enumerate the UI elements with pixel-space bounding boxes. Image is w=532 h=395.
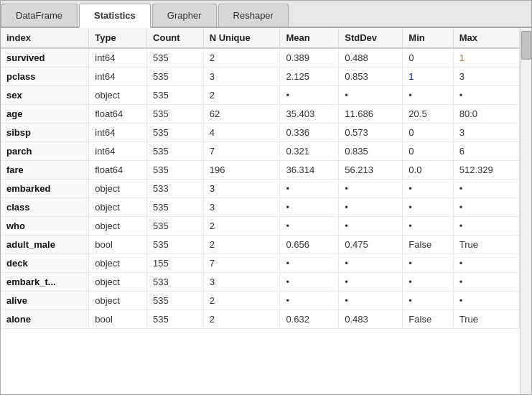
data-cell: object: [89, 198, 147, 217]
data-cell: •: [280, 86, 339, 105]
tab-bar: DataFrame Statistics Grapher Reshaper: [1, 1, 531, 28]
data-cell: object: [89, 292, 147, 310]
data-cell: •: [403, 217, 453, 236]
index-cell: pclass: [1, 68, 89, 86]
data-cell: •: [280, 273, 339, 292]
data-cell: object: [89, 217, 147, 236]
scrollbar-track[interactable]: [520, 28, 531, 394]
table-row: pclassint6453532.1250.85313: [1, 68, 520, 86]
data-cell: 535: [147, 198, 204, 217]
data-cell: 0.488: [339, 48, 403, 68]
tab-dataframe[interactable]: DataFrame: [1, 4, 78, 27]
data-cell: 535: [147, 86, 204, 105]
table-row: adult_malebool53520.6560.475FalseTrue: [1, 236, 520, 254]
data-cell: 7: [203, 142, 280, 161]
data-cell: •: [403, 273, 453, 292]
data-cell: 0.573: [339, 124, 403, 142]
data-cell: float64: [89, 105, 147, 124]
data-cell: 62: [203, 105, 280, 124]
content-area: index Type Count N Unique Mean StdDev Mi…: [1, 28, 531, 394]
data-cell: 0: [403, 142, 453, 161]
index-cell: sex: [1, 86, 89, 105]
data-cell: False: [403, 236, 453, 254]
data-cell: 0: [403, 48, 453, 68]
data-cell: •: [280, 180, 339, 198]
data-cell: False: [403, 310, 453, 329]
data-cell: 2: [203, 48, 280, 68]
data-cell: 535: [147, 105, 204, 124]
data-cell: 1: [403, 68, 453, 86]
table-row: classobject5353••••: [1, 198, 520, 217]
col-header-stddev: StdDev: [339, 28, 403, 48]
data-cell: 20.5: [403, 105, 453, 124]
data-cell: •: [453, 273, 519, 292]
data-cell: 0.656: [280, 236, 339, 254]
data-cell: 3: [203, 273, 280, 292]
table-row: sibspint6453540.3360.57303: [1, 124, 520, 142]
index-cell: alone: [1, 310, 89, 329]
data-cell: 11.686: [339, 105, 403, 124]
data-cell: int64: [89, 48, 147, 68]
data-cell: 535: [147, 48, 204, 68]
data-cell: object: [89, 273, 147, 292]
data-cell: float64: [89, 161, 147, 180]
data-cell: 7: [203, 254, 280, 273]
data-cell: •: [339, 254, 403, 273]
data-cell: True: [453, 236, 519, 254]
data-cell: bool: [89, 310, 147, 329]
col-header-min: Min: [403, 28, 453, 48]
data-cell: 196: [203, 161, 280, 180]
data-cell: 535: [147, 310, 204, 329]
index-cell: embarked: [1, 180, 89, 198]
data-cell: 2: [203, 86, 280, 105]
table-row: survivedint6453520.3890.48801: [1, 48, 520, 68]
tab-statistics[interactable]: Statistics: [79, 4, 151, 28]
data-cell: •: [339, 217, 403, 236]
col-header-type: Type: [89, 28, 147, 48]
data-cell: 0.0: [403, 161, 453, 180]
data-cell: 2: [203, 236, 280, 254]
data-cell: 535: [147, 142, 204, 161]
table-row: agefloat645356235.40311.68620.580.0: [1, 105, 520, 124]
data-cell: 535: [147, 68, 204, 86]
data-cell: int64: [89, 68, 147, 86]
col-header-index: index: [1, 28, 89, 48]
tab-reshaper[interactable]: Reshaper: [218, 4, 289, 27]
data-cell: •: [403, 198, 453, 217]
data-cell: •: [280, 217, 339, 236]
table-row: alonebool53520.6320.483FalseTrue: [1, 310, 520, 329]
data-cell: 2: [203, 292, 280, 310]
data-cell: •: [339, 292, 403, 310]
data-cell: 535: [147, 236, 204, 254]
data-cell: 3: [203, 68, 280, 86]
data-cell: 535: [147, 292, 204, 310]
table-row: embarkedobject5333••••: [1, 180, 520, 198]
scrollbar-thumb[interactable]: [521, 31, 531, 60]
data-cell: 3: [203, 198, 280, 217]
index-cell: parch: [1, 142, 89, 161]
data-cell: 35.403: [280, 105, 339, 124]
data-cell: 0.835: [339, 142, 403, 161]
data-cell: 36.314: [280, 161, 339, 180]
col-header-max: Max: [453, 28, 519, 48]
data-cell: •: [280, 292, 339, 310]
data-cell: 535: [147, 124, 204, 142]
index-cell: who: [1, 217, 89, 236]
data-cell: •: [453, 217, 519, 236]
data-cell: 2: [203, 217, 280, 236]
table-header-row: index Type Count N Unique Mean StdDev Mi…: [1, 28, 520, 48]
col-header-mean: Mean: [280, 28, 339, 48]
data-cell: •: [339, 198, 403, 217]
col-header-nunique: N Unique: [203, 28, 280, 48]
index-cell: deck: [1, 254, 89, 273]
data-cell: •: [453, 254, 519, 273]
data-cell: •: [403, 292, 453, 310]
data-cell: 3: [203, 180, 280, 198]
table-row: embark_t...object5333••••: [1, 273, 520, 292]
table-scroll[interactable]: index Type Count N Unique Mean StdDev Mi…: [1, 28, 520, 394]
table-row: deckobject1557••••: [1, 254, 520, 273]
tab-grapher[interactable]: Grapher: [152, 4, 217, 27]
data-cell: 6: [453, 142, 519, 161]
table-row: sexobject5352••••: [1, 86, 520, 105]
app-container: DataFrame Statistics Grapher Reshaper in…: [0, 0, 532, 395]
